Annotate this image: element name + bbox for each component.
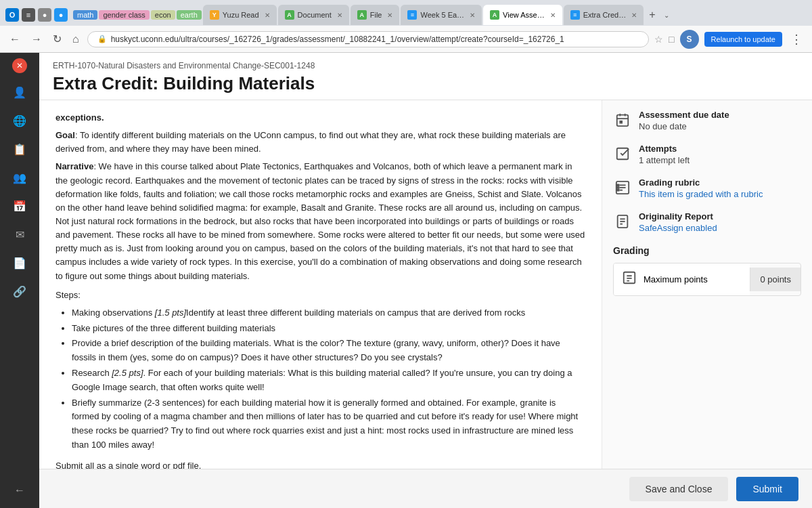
bullet-4-part1: Research <box>72 368 112 378</box>
grading-label-cell: Maximum points <box>614 263 750 295</box>
sidebar-icon-mail[interactable]: ✉ <box>7 222 32 247</box>
tab-math[interactable]: math <box>73 10 97 20</box>
lock-icon: 🔒 <box>97 35 107 43</box>
new-tab-button[interactable]: + <box>645 9 659 21</box>
page-title: Extra Credit: Building Materials <box>53 73 798 94</box>
attempts-value: 1 attempt left <box>639 155 690 165</box>
tab-extracred[interactable]: ≡ Extra Cred… ✕ <box>564 5 644 25</box>
due-date-header: Assessment due date No due date <box>613 110 801 131</box>
svg-rect-11 <box>616 187 619 188</box>
share-button[interactable]: □ <box>669 34 674 45</box>
grading-label-icon <box>622 270 637 289</box>
rubric-content: Grading rubric This item is graded with … <box>639 177 763 199</box>
tab-bar: O ≡ ● ● math gender class econ earth Y Y… <box>0 0 812 26</box>
sidebar-icon-globe[interactable]: 🌐 <box>7 108 32 133</box>
document-favicon: A <box>285 10 294 20</box>
blue-icon[interactable]: ● <box>54 8 68 22</box>
exceptions-text: exceptions. <box>55 111 585 125</box>
tab-week5[interactable]: ≡ Week 5 Ea… ✕ <box>401 5 482 25</box>
due-date-value: No due date <box>639 121 729 131</box>
originality-header: Originality Report SafeAssign enabled <box>613 211 801 233</box>
bullet-4-pts: [2.5 pts] <box>112 368 143 378</box>
sidebar-icon-calendar[interactable]: 📅 <box>7 194 32 218</box>
svg-rect-12 <box>616 190 619 191</box>
sidebar-close-button[interactable]: ✕ <box>12 58 27 73</box>
save-close-button[interactable]: Save and Close <box>629 477 729 501</box>
outlook-icon[interactable]: O <box>5 8 19 22</box>
sidebar-icon-link[interactable]: 🔗 <box>7 279 32 303</box>
calendar-icon <box>613 110 632 129</box>
max-points-label: Maximum points <box>644 274 708 284</box>
rubric-link[interactable]: This item is graded with a rubric <box>639 189 763 199</box>
grading-title: Grading <box>613 245 801 256</box>
list-item: Briefly summarize (2-3 sentences) for ea… <box>72 396 585 452</box>
back-button[interactable]: ← <box>7 32 23 47</box>
narrative-text: : We have in this course talked about Pl… <box>55 161 585 280</box>
circle-icon[interactable]: ● <box>38 8 51 22</box>
narrative-label: Narrative <box>55 161 93 171</box>
attempts-section: Attempts 1 attempt left <box>613 144 801 165</box>
bookmark-button[interactable]: ☆ <box>654 34 663 45</box>
home-button[interactable]: ⌂ <box>70 32 82 47</box>
goal-text: : To identify different building materia… <box>55 130 566 154</box>
list-item: Provide a brief description of the build… <box>72 337 585 365</box>
tab-yuzu[interactable]: Y Yuzu Read ✕ <box>203 5 277 25</box>
tab-document-close[interactable]: ✕ <box>337 12 342 19</box>
due-date-title: Assessment due date <box>639 110 729 120</box>
relaunch-button[interactable]: Relaunch to update <box>704 32 782 47</box>
tab-file-close[interactable]: ✕ <box>387 12 392 19</box>
url-text: huskyct.uconn.edu/ultra/courses/_162726_… <box>111 35 564 44</box>
svg-rect-4 <box>620 121 622 123</box>
reload-button[interactable]: ↻ <box>50 31 64 47</box>
exceptions-bold: exceptions. <box>55 112 104 123</box>
main-area: ERTH-1070-Natural Disasters and Environm… <box>39 53 812 508</box>
menu-button[interactable]: ⋮ <box>788 30 805 48</box>
bullet-1-part1: Making observations <box>72 308 155 318</box>
tab-viewasse-close[interactable]: ✕ <box>550 12 556 19</box>
tab-week5-label: Week 5 Ea… <box>420 11 464 19</box>
tab-gender[interactable]: gender class <box>99 10 149 20</box>
tab-overflow[interactable]: ⌄ <box>661 12 672 19</box>
tab-earth[interactable]: earth <box>177 10 202 20</box>
list-item: Take pictures of the three different bui… <box>72 322 585 336</box>
tab-viewasse-label: View Asse… <box>503 11 545 19</box>
submit-button[interactable]: Submit <box>736 477 798 501</box>
due-date-content: Assessment due date No due date <box>639 110 729 131</box>
tab-document-label: Document <box>298 11 332 19</box>
originality-icon <box>613 212 632 231</box>
sidebar-icon-back[interactable]: ← <box>7 478 32 503</box>
tab-econ[interactable]: econ <box>151 10 175 20</box>
tab-extracred-close[interactable]: ✕ <box>631 12 637 19</box>
list-item: Making observations [1.5 pts]Identify at… <box>72 306 585 320</box>
svg-rect-5 <box>617 148 629 160</box>
tab-yuzu-close[interactable]: ✕ <box>265 12 270 19</box>
extracred-favicon: ≡ <box>570 10 580 20</box>
tab-viewasse[interactable]: A View Asse… ✕ <box>483 5 562 25</box>
attempts-header: Attempts 1 attempt left <box>613 144 801 165</box>
attempts-content: Attempts 1 attempt left <box>639 144 690 165</box>
tab-yuzu-label: Yuzu Read <box>223 11 259 19</box>
originality-section: Originality Report SafeAssign enabled <box>613 211 801 233</box>
profile-button[interactable]: S <box>680 30 699 49</box>
yuzu-favicon: Y <box>210 10 219 20</box>
bullet-1-pts: [1.5 pts] <box>155 308 186 318</box>
page-header: ERTH-1070-Natural Disasters and Environm… <box>39 53 812 100</box>
forward-button[interactable]: → <box>28 32 45 47</box>
originality-title: Originality Report <box>639 211 717 221</box>
tab-document[interactable]: A Document ✕ <box>278 5 349 25</box>
sidebar-icon-profile[interactable]: 👤 <box>7 80 32 104</box>
viewasse-favicon: A <box>490 10 499 20</box>
svg-rect-10 <box>616 184 619 186</box>
sidebar-icon-document[interactable]: 📄 <box>7 251 32 275</box>
goal-paragraph: Goal: To identify different building mat… <box>55 129 585 156</box>
due-date-section: Assessment due date No due date <box>613 110 801 131</box>
tab-file-label: File <box>370 11 382 19</box>
safeassign-link[interactable]: SafeAssign enabled <box>639 223 717 233</box>
sidebar-icon-list[interactable]: 📋 <box>7 137 32 161</box>
url-bar[interactable]: 🔒 huskyct.uconn.edu/ultra/courses/_16272… <box>87 31 649 47</box>
tab-week5-close[interactable]: ✕ <box>470 12 475 19</box>
tab-file[interactable]: A File ✕ <box>351 5 400 25</box>
sidebar-icon-users[interactable]: 👥 <box>7 165 32 190</box>
notes-icon[interactable]: ≡ <box>22 8 35 22</box>
content-wrapper: exceptions. Goal: To identify different … <box>39 100 812 469</box>
